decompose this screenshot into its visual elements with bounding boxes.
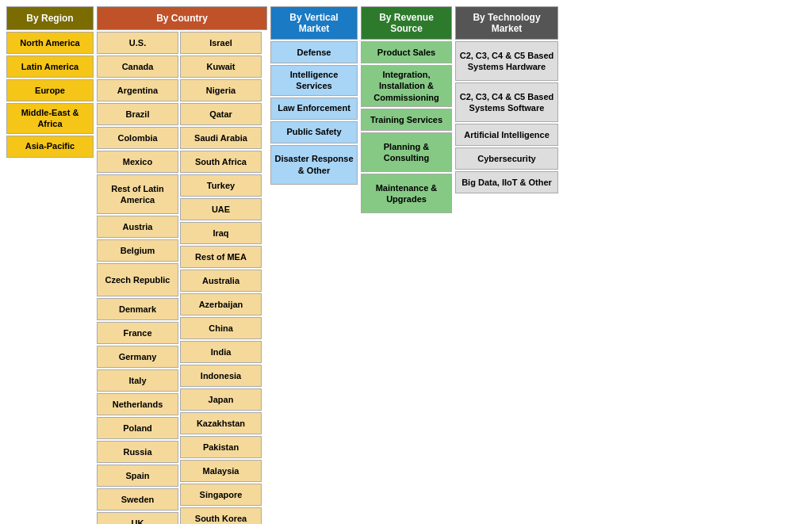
country-cell: Iraq (180, 222, 262, 244)
revenue-cell: Integration, Installation & Commissionin… (361, 65, 452, 107)
country-col-left: U.S. Canada Argentina Brazil Colombia Me… (97, 32, 178, 524)
country-cell: Germany (97, 346, 178, 368)
country-cell: Sweden (97, 488, 178, 511)
region-cell: North America (6, 32, 94, 54)
region-cell: Middle-East & Africa (6, 103, 94, 134)
country-cell: Canada (97, 55, 178, 78)
region-cell: Europe (6, 79, 94, 101)
country-cell: Australia (180, 270, 262, 292)
country-cell: Kazakhstan (180, 412, 262, 434)
country-cell: China (180, 317, 262, 339)
country-cell: India (180, 341, 262, 363)
country-cell: Argentina (97, 79, 178, 101)
country-cell: Rest of MEA (180, 246, 262, 268)
vertical-cell: Disaster Response & Other (270, 145, 358, 185)
vertical-cell: Public Safety (270, 121, 358, 143)
revenue-cell: Training Services (361, 109, 452, 131)
country-cell: Singapore (180, 484, 262, 506)
country-header: By Country (97, 6, 267, 30)
country-cell: Mexico (97, 151, 178, 173)
tech-cell: C2, C3, C4 & C5 Based Systems Hardware (455, 41, 558, 81)
country-cell: Colombia (97, 127, 178, 149)
country-cell: Denmark (97, 298, 178, 320)
country-cell: UAE (180, 198, 262, 220)
country-column: By Country U.S. Canada Argentina Brazil … (97, 6, 267, 524)
tech-cell: Artificial Intelligence (455, 124, 558, 146)
country-cell: Azerbaijan (180, 293, 262, 316)
country-cell: Brazil (97, 103, 178, 125)
country-cell: France (97, 322, 178, 344)
country-cell: South Africa (180, 151, 262, 173)
tech-cell: Big Data, IIoT & Other (455, 171, 558, 193)
revenue-cell: Planning & Consulting (361, 132, 452, 172)
tech-column: By Technology Market C2, C3, C4 & C5 Bas… (455, 6, 558, 193)
country-cell: Qatar (180, 103, 262, 125)
vertical-cell: Intelligence Services (270, 65, 358, 96)
country-cell: Indonesia (180, 365, 262, 387)
region-header: By Region (6, 6, 94, 30)
country-cell: Malaysia (180, 460, 262, 482)
revenue-header: By Revenue Source (361, 6, 452, 40)
country-cell: Kuwait (180, 55, 262, 78)
tech-cell: C2, C3, C4 & C5 Based Systems Software (455, 82, 558, 122)
country-cols: U.S. Canada Argentina Brazil Colombia Me… (97, 32, 267, 524)
country-cell: Austria (97, 216, 178, 238)
country-cell: Czech Republic (97, 263, 178, 296)
main-table: By Region North America Latin America Eu… (6, 6, 806, 524)
country-cell: Pakistan (180, 436, 262, 458)
country-cell: Russia (97, 441, 178, 463)
revenue-cell: Maintenance & Upgrades (361, 174, 452, 213)
region-column: By Region North America Latin America Eu… (6, 6, 94, 158)
region-cell: Asia-Pacific (6, 136, 94, 158)
country-cell: U.S. (97, 32, 178, 54)
country-cell: UK (97, 512, 178, 524)
revenue-cell: Product Sales (361, 41, 452, 63)
country-cell: Italy (97, 369, 178, 392)
region-cell: Latin America (6, 55, 94, 78)
country-cell: Poland (97, 417, 178, 439)
country-cell: South Korea (180, 507, 262, 524)
revenue-column: By Revenue Source Product Sales Integrat… (361, 6, 452, 213)
vertical-header: By Vertical Market (270, 6, 358, 40)
country-cell: Nigeria (180, 79, 262, 101)
country-cell: Israel (180, 32, 262, 54)
country-cell: Belgium (97, 239, 178, 262)
tech-cell: Cybersecurity (455, 147, 558, 170)
vertical-column: By Vertical Market Defense Intelligence … (270, 6, 358, 185)
country-cell: Turkey (180, 174, 262, 197)
vertical-cell: Law Enforcement (270, 98, 358, 120)
country-cell: Spain (97, 465, 178, 487)
vertical-cell: Defense (270, 41, 358, 63)
country-cell: Japan (180, 388, 262, 411)
country-col-right: Israel Kuwait Nigeria Qatar Saudi Arabia… (180, 32, 262, 524)
country-cell: Netherlands (97, 393, 178, 415)
tech-header: By Technology Market (455, 6, 558, 40)
country-cell: Rest of Latin America (97, 174, 178, 214)
country-cell: Saudi Arabia (180, 127, 262, 149)
